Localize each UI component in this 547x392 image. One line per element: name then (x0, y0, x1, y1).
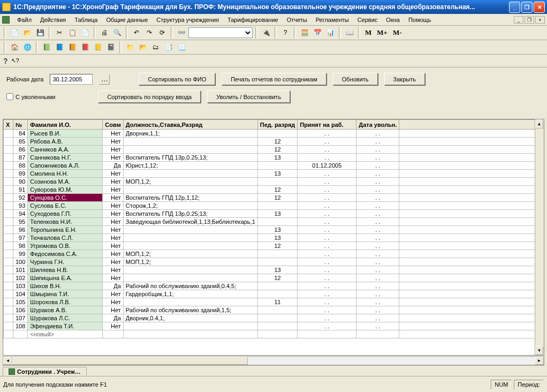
cell-x[interactable] (4, 306, 13, 314)
table-row[interactable]: 104Шмырина Т.И.НетГардеробщик,1,1;. .. . (4, 290, 544, 298)
table-row[interactable]: 95Теленкова Н.И.НетЗаведующая библиотеко… (4, 218, 544, 226)
col-position-header[interactable]: Должность,Ставка,Разряд (123, 120, 257, 130)
cell-pedrank[interactable] (257, 178, 298, 186)
cell-num[interactable]: 93 (13, 202, 28, 210)
cell-x[interactable] (4, 234, 13, 242)
tool7-icon[interactable]: 📁 (124, 41, 136, 53)
cell-sovm[interactable]: Нет (103, 306, 123, 314)
calendar-icon[interactable]: 📅 (312, 27, 323, 39)
menu-Общие данные[interactable]: Общие данные (102, 16, 152, 24)
table-row[interactable]: 91Суворова Ю.М.Нет12. .. . (4, 186, 544, 194)
cell-x[interactable] (4, 258, 13, 266)
cell-pedrank[interactable]: 13 (257, 234, 298, 242)
cell-pedrank[interactable]: 12 (257, 186, 298, 194)
cell-fired[interactable]: . . (356, 186, 399, 194)
cell-num[interactable]: 99 (13, 250, 28, 258)
table-row[interactable]: 102Шипицына Е.А.Нет12. .. . (4, 274, 544, 282)
cell-position[interactable]: Рабочий по обслуживанию зданий,1,5; (123, 306, 257, 314)
minimize-button[interactable]: _ (509, 2, 520, 13)
cell-fio[interactable]: Санникова Н.Г. (28, 154, 103, 162)
new-row[interactable]: <новый> (4, 330, 544, 338)
cell-position[interactable]: Юрист,1,12; (123, 162, 257, 170)
cell-hired[interactable]: . . (298, 186, 356, 194)
chart-icon[interactable]: 📊 (324, 27, 336, 39)
cell-hired[interactable]: . . (298, 242, 356, 250)
cell-sovm[interactable]: Да (103, 314, 123, 322)
cell-hired[interactable]: . . (298, 194, 356, 202)
cell-position[interactable] (123, 146, 257, 154)
cell-position[interactable]: Гардеробщик,1,1; (123, 290, 257, 298)
cell-fired[interactable]: . . (356, 306, 399, 314)
cell-pedrank[interactable] (257, 306, 298, 314)
home-icon[interactable]: 🏠 (9, 41, 20, 53)
cell-x[interactable] (4, 218, 13, 226)
cell-sovm[interactable]: Да (103, 162, 123, 170)
memory-m-button[interactable]: M (363, 28, 374, 37)
cell-x[interactable] (4, 274, 13, 282)
cell-pedrank[interactable]: 13 (257, 226, 298, 234)
globe-icon[interactable]: 🌐 (21, 41, 33, 53)
cell-x[interactable] (4, 186, 13, 194)
cell-x[interactable] (4, 202, 13, 210)
cell-hired[interactable]: 01.12.2005 (298, 162, 356, 170)
cell-num[interactable]: 89 (13, 170, 28, 178)
cell-fired[interactable]: . . (356, 154, 399, 162)
open-icon[interactable]: 📂 (21, 27, 33, 39)
refresh-button[interactable]: Обновить (333, 73, 378, 85)
cell-pedrank[interactable]: 12 (257, 274, 298, 282)
cell-num[interactable]: 97 (13, 234, 28, 242)
cell-fio[interactable]: Угрюмова О.В. (28, 242, 103, 250)
table-row[interactable]: 100Чуркина Г.Н.НетМОП,1,2;. .. . (4, 258, 544, 266)
refresh-icon[interactable]: ⟳ (156, 27, 168, 39)
col-fired-header[interactable]: Дата увольн. (356, 120, 399, 130)
cell-x[interactable] (4, 138, 13, 146)
cell-hired[interactable]: . . (298, 298, 356, 306)
cell-hired[interactable]: . . (298, 266, 356, 274)
cell-pedrank[interactable]: 12 (257, 242, 298, 250)
cell-hired[interactable]: . . (298, 170, 356, 178)
cell-hired[interactable]: . . (298, 274, 356, 282)
tool2-icon[interactable]: 📘 (54, 41, 65, 53)
tool4-icon[interactable]: 📕 (79, 41, 91, 53)
print-icon[interactable]: 🖨 (98, 27, 110, 39)
cell-x[interactable] (4, 130, 13, 138)
cell-position[interactable] (123, 170, 257, 178)
cell-sovm[interactable]: Нет (103, 130, 123, 138)
with-fired-checkbox[interactable]: С уволенными (6, 93, 55, 100)
table-row[interactable]: 88Сапожникова А.Л.ДаЮрист,1,12;01.12.200… (4, 162, 544, 170)
cell-fio[interactable]: Рысев В.И. (28, 130, 103, 138)
cell-fired[interactable]: . . (356, 250, 399, 258)
print-preview-icon[interactable]: 🔍 (111, 27, 123, 39)
cell-fio[interactable]: Шорохова Л.В. (28, 298, 103, 306)
cell-hired[interactable]: . . (298, 290, 356, 298)
cell-num[interactable]: 98 (13, 242, 28, 250)
table-row[interactable]: 98Угрюмова О.В.Нет12. .. . (4, 242, 544, 250)
cell-hired[interactable]: . . (298, 322, 356, 330)
cell-fio[interactable]: Чуркина Г.Н. (28, 258, 103, 266)
col-hired-header[interactable]: Принят на раб. (298, 120, 356, 130)
cell-x[interactable] (4, 266, 13, 274)
table-row[interactable]: 99Федосимова С.А.НетМОП,1,2;. .. . (4, 250, 544, 258)
cell-num[interactable]: 94 (13, 210, 28, 218)
close-button[interactable]: ✕ (534, 2, 545, 13)
cell-fio[interactable]: Шипицына Е.А. (28, 274, 103, 282)
cell-hired[interactable]: . . (298, 306, 356, 314)
work-date-input[interactable] (50, 74, 93, 85)
menu-Регламенты[interactable]: Регламенты (312, 16, 353, 24)
undo-icon[interactable]: ↶ (131, 27, 142, 39)
col-num-header[interactable]: № (13, 120, 28, 130)
cell-fio[interactable]: Созинова М.А. (28, 178, 103, 186)
cell-sovm[interactable]: Нет (103, 194, 123, 202)
cell-sovm[interactable]: Нет (103, 258, 123, 266)
cell-fio[interactable]: Тючкалова С.Л. (28, 234, 103, 242)
cell-fired[interactable]: . . (356, 170, 399, 178)
cell-x[interactable] (4, 242, 13, 250)
table-row[interactable]: 97Тючкалова С.Л.Нет13. .. . (4, 234, 544, 242)
cell-hired[interactable]: . . (298, 314, 356, 322)
cell-hired[interactable]: . . (298, 210, 356, 218)
cell-fired[interactable]: . . (356, 266, 399, 274)
table-row[interactable]: 106Шураков А.В.НетРабочий по обслуживани… (4, 306, 544, 314)
tool8-icon[interactable]: 📂 (137, 41, 149, 53)
cell-sovm[interactable]: Нет (103, 154, 123, 162)
table-row[interactable]: 86Санников А.А.Нет12. .. . (4, 146, 544, 154)
